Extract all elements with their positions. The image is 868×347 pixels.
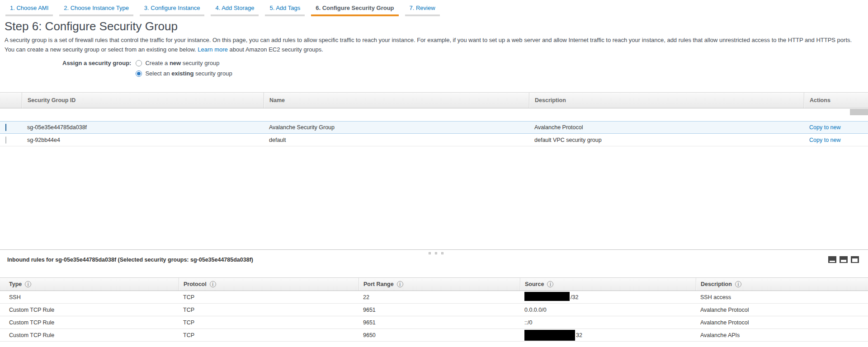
splitter-drag-handle-icon[interactable] xyxy=(429,252,443,254)
intro-text-before-link: A security group is a set of firewall ru… xyxy=(5,37,852,53)
protocol-info-icon[interactable]: i xyxy=(210,281,216,287)
layout-bottom-pane-small-icon[interactable] xyxy=(828,256,836,263)
redacted-ip-block xyxy=(524,292,570,301)
wizard-step-tabs: 1. Choose AMI 2. Choose Instance Type 3.… xyxy=(0,0,868,16)
security-group-row-avalanche[interactable]: sg-05e35e44785da038f Avalanche Security … xyxy=(0,121,868,134)
inbound-rules-title: Inbound rules for sg-05e35e44785da038f (… xyxy=(7,257,253,263)
rule-source: 32 xyxy=(520,330,696,341)
security-groups-table: Security Group ID Name Description Actio… xyxy=(0,92,868,249)
rule-type: SSH xyxy=(0,294,179,300)
table-spacer xyxy=(0,108,868,121)
table-scrollbar-cap[interactable] xyxy=(850,109,868,115)
header-checkbox-column xyxy=(0,93,22,108)
rule-port-range: 9651 xyxy=(359,307,520,313)
rule-source: ::/0 xyxy=(520,319,696,326)
inbound-rule-row: Custom TCP Rule TCP 9651 0.0.0.0/0 Avala… xyxy=(0,304,868,316)
inbound-rule-row: SSH TCP 22 /32 SSH access xyxy=(0,291,868,304)
assign-security-group-options: Create a new security group Select an ex… xyxy=(136,58,232,79)
header-protocol: Protocoli xyxy=(179,278,359,291)
intro-text: A security group is a set of firewall ru… xyxy=(5,35,863,54)
inbound-rules-table: Typei Protocoli Port Rangei Sourcei Desc… xyxy=(0,277,868,342)
rule-protocol: TCP xyxy=(179,294,359,300)
pane-splitter xyxy=(0,249,868,250)
tab-add-storage[interactable]: 4. Add Storage xyxy=(211,5,259,16)
redacted-ip-block xyxy=(524,330,575,341)
copy-to-new-link[interactable]: Copy to new xyxy=(809,137,840,143)
tab-choose-instance-type[interactable]: 2. Choose Instance Type xyxy=(59,5,133,16)
rule-description: SSH access xyxy=(696,294,868,300)
rule-protocol: TCP xyxy=(179,319,359,326)
page-title: Step 6: Configure Security Group xyxy=(5,19,868,33)
row-checkbox-unchecked[interactable] xyxy=(5,136,6,144)
tab-review[interactable]: 7. Review xyxy=(405,5,440,16)
header-name: Name xyxy=(264,93,529,108)
rule-source: /32 xyxy=(520,292,696,303)
radio-select-existing-group[interactable]: Select an existing security group xyxy=(136,68,232,79)
header-source: Sourcei xyxy=(520,278,696,291)
security-group-id: sg-92bb44e4 xyxy=(22,137,264,143)
header-description: Description xyxy=(529,93,804,108)
header-security-group-id: Security Group ID xyxy=(22,93,264,108)
inbound-rule-row: Custom TCP Rule TCP 9650 32 Avalanche AP… xyxy=(0,329,868,342)
rule-port-range: 22 xyxy=(359,294,520,300)
intro-text-after-link: about Amazon EC2 security groups. xyxy=(229,46,323,53)
rule-port-range: 9651 xyxy=(359,319,520,326)
inbound-rule-row: Custom TCP Rule TCP 9651 ::/0 Avalanche … xyxy=(0,316,868,329)
source-info-icon[interactable]: i xyxy=(547,281,553,287)
security-groups-table-header: Security Group ID Name Description Actio… xyxy=(0,92,868,108)
radio-button-unchecked[interactable] xyxy=(136,60,142,66)
tab-configure-instance[interactable]: 3. Configure Instance xyxy=(140,5,205,16)
assign-security-group-label: Assign a security group: xyxy=(62,58,131,79)
type-info-icon[interactable]: i xyxy=(25,281,31,287)
security-group-name: default xyxy=(264,137,529,143)
security-group-name: Avalanche Security Group xyxy=(264,124,529,131)
header-rule-description: Descriptioni xyxy=(696,278,868,291)
radio-create-new-label: Create a new security group xyxy=(145,60,219,66)
security-group-id: sg-05e35e44785da038f xyxy=(22,124,264,131)
security-group-description: default VPC security group xyxy=(529,137,804,143)
header-type: Typei xyxy=(0,278,179,291)
rule-type: Custom TCP Rule xyxy=(0,307,179,313)
layout-bottom-pane-half-icon[interactable] xyxy=(840,256,848,263)
header-actions: Actions xyxy=(804,93,868,108)
security-group-description: Avalanche Protocol xyxy=(529,124,804,131)
radio-create-new-group[interactable]: Create a new security group xyxy=(136,58,232,68)
rule-type: Custom TCP Rule xyxy=(0,319,179,326)
radio-select-existing-label: Select an existing security group xyxy=(145,70,232,77)
assign-security-group: Assign a security group: Create a new se… xyxy=(62,58,868,79)
rule-source: 0.0.0.0/0 xyxy=(520,307,696,313)
tab-add-tags[interactable]: 5. Add Tags xyxy=(265,5,305,16)
layout-bottom-pane-large-icon[interactable] xyxy=(851,256,859,263)
row-checkbox-checked[interactable] xyxy=(5,124,6,131)
description-info-icon[interactable]: i xyxy=(735,281,741,287)
learn-more-link[interactable]: Learn more xyxy=(198,46,227,53)
radio-button-checked[interactable] xyxy=(136,70,142,77)
tab-configure-security-group[interactable]: 6. Configure Security Group xyxy=(311,5,398,16)
security-group-row-default[interactable]: sg-92bb44e4 default default VPC security… xyxy=(0,134,868,146)
pane-layout-toggles xyxy=(828,256,859,263)
rule-type: Custom TCP Rule xyxy=(0,332,179,338)
rule-protocol: TCP xyxy=(179,307,359,313)
rule-protocol: TCP xyxy=(179,332,359,338)
copy-to-new-link[interactable]: Copy to new xyxy=(809,124,840,131)
header-port-range: Port Rangei xyxy=(359,278,520,291)
port-range-info-icon[interactable]: i xyxy=(397,281,403,287)
rule-description: Avalanche Protocol xyxy=(696,319,868,326)
table-empty-area xyxy=(0,146,868,249)
rule-port-range: 9650 xyxy=(359,332,520,338)
inbound-rules-table-header: Typei Protocoli Port Rangei Sourcei Desc… xyxy=(0,277,868,291)
rule-description: Avalanche APIs xyxy=(696,332,868,338)
rule-description: Avalanche Protocol xyxy=(696,307,868,313)
tab-choose-ami[interactable]: 1. Choose AMI xyxy=(5,5,53,16)
